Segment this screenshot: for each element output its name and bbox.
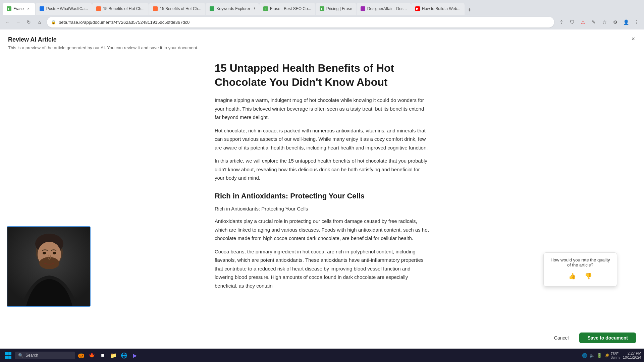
new-tab-button[interactable]: +	[465, 5, 474, 15]
section1-subtitle-text: Rich in Antioxidants: Protecting Your Ce…	[215, 204, 429, 213]
tab-label-pricing: Pricing | Frase	[326, 6, 352, 11]
tab-label-designer: DesignerAffair - Des...	[367, 6, 407, 11]
battery-icon[interactable]: 🔋	[597, 353, 602, 358]
menu-button[interactable]: ⋮	[632, 17, 641, 27]
video-overlay	[7, 226, 91, 307]
article-container: 15 Untapped Health Benefits of Hot Choco…	[201, 61, 443, 290]
tab-label-benefits2: 15 Benefits of Hot Ch...	[160, 6, 201, 11]
nav-home-button[interactable]: ⌂	[35, 17, 44, 27]
tab-howto[interactable]: ▶How to Build a Web...	[411, 3, 465, 15]
taskbar-icon-file[interactable]: 📁	[109, 351, 118, 360]
volume-icon[interactable]: 🔈	[589, 353, 595, 358]
video-person	[7, 227, 90, 306]
tab-favicon-howto: ▶	[415, 6, 420, 11]
svg-point-7	[53, 252, 56, 254]
start-button[interactable]	[3, 350, 13, 361]
tab-bar: FFrase×Posts • WhatWasItCa...15 Benefits…	[3, 0, 474, 15]
modal-subtitle: This is a preview of the article generat…	[8, 45, 636, 50]
modal-header: Review AI Article This is a preview of t…	[0, 29, 644, 53]
profile-icon[interactable]: 👤	[621, 17, 631, 27]
clock-time: 2:27 PM	[623, 351, 641, 355]
modal-content: Review AI Article This is a preview of t…	[0, 29, 644, 349]
tab-benefits2[interactable]: 15 Benefits of Hot Ch...	[149, 3, 205, 15]
address-bar[interactable]: 🔒 beta.frase.io/app/documents/4f7262a357…	[47, 17, 554, 27]
save-to-document-button[interactable]: Save to document	[579, 333, 636, 343]
modal-footer: Cancel Save to document	[0, 327, 644, 349]
weather-icon: ☀️	[605, 353, 609, 358]
tab-label-whatwasitcalled: Posts • WhatWasItCa...	[46, 6, 88, 11]
tab-close-frase[interactable]: ×	[26, 6, 31, 11]
tab-label-bestseo: Frase - Best SEO Co...	[270, 6, 311, 11]
weather-widget[interactable]: ☀️ 76°F Sunny	[605, 352, 620, 359]
tab-bestseo[interactable]: FFrase - Best SEO Co...	[259, 3, 315, 15]
windows-logo-icon	[5, 352, 11, 359]
extension-icon[interactable]: ⚙	[610, 17, 620, 27]
edit-icon[interactable]: ✎	[589, 17, 598, 27]
tab-keywords[interactable]: Keywords Explorer - /	[206, 3, 259, 15]
tab-favicon-benefits1	[96, 6, 101, 11]
tab-favicon-designer	[361, 6, 365, 11]
lock-icon: 🔒	[51, 20, 56, 24]
svg-point-5	[39, 257, 59, 269]
person-svg	[7, 227, 90, 306]
taskbar-icon-media[interactable]: ▶	[130, 351, 140, 360]
taskbar-icon-browser[interactable]: 🌐	[119, 351, 129, 360]
svg-rect-9	[8, 352, 11, 355]
thumbs-down-button[interactable]: 👎	[583, 271, 594, 282]
taskbar: 🔍 Search 🎃 🍁 ■ 📁 🌐 ▶ 🌐 🔈 🔋 ☀️ 76°F Sunny…	[0, 349, 644, 362]
taskbar-icon-halloween[interactable]: 🎃	[76, 351, 86, 360]
taskbar-right-section: 🌐 🔈 🔋 ☀️ 76°F Sunny 2:27 PM 10/11/2024	[582, 351, 641, 359]
rating-popup: How would you rate the quality of the ar…	[543, 252, 617, 287]
nav-back-button[interactable]: ←	[3, 17, 12, 27]
address-bar-row: ← → ↻ ⌂ 🔒 beta.frase.io/app/documents/4f…	[0, 15, 644, 29]
tab-pricing[interactable]: FPricing | Frase	[316, 3, 356, 15]
taskbar-icon-terminal[interactable]: ■	[98, 351, 107, 360]
tab-favicon-frase: F	[7, 6, 11, 11]
tab-frase[interactable]: FFrase×	[3, 3, 35, 15]
taskbar-system-icons: 🌐 🔈 🔋	[582, 353, 602, 358]
rating-question: How would you rate the quality of the ar…	[550, 257, 611, 267]
weather-condition: Sunny	[611, 356, 620, 359]
tab-benefits1[interactable]: 15 Benefits of Hot Ch...	[92, 3, 149, 15]
weather-temp: 76°F	[611, 352, 620, 356]
tab-label-howto: How to Build a Web...	[422, 6, 461, 11]
browser-chrome: FFrase×Posts • WhatWasItCa...15 Benefits…	[0, 0, 644, 15]
clock-date: 10/11/2024	[623, 355, 641, 359]
share-button[interactable]: ⇧	[557, 17, 566, 27]
taskbar-icon-leaf[interactable]: 🍁	[87, 351, 97, 360]
tab-whatwasitcalled[interactable]: Posts • WhatWasItCa...	[36, 3, 92, 15]
section1-p2: Cocoa beans, the primary ingredient in h…	[215, 247, 429, 290]
tab-favicon-pricing: F	[320, 6, 324, 11]
modal-close-button[interactable]: ×	[629, 35, 637, 43]
svg-point-6	[43, 252, 46, 254]
alert-icon[interactable]: ⚠	[578, 17, 588, 27]
tab-favicon-bestseo: F	[263, 6, 268, 11]
bookmark-icon[interactable]: ☆	[600, 17, 609, 27]
search-icon: 🔍	[18, 353, 23, 358]
modal-body[interactable]: 15 Untapped Health Benefits of Hot Choco…	[0, 53, 644, 327]
weather-info: 76°F Sunny	[611, 352, 620, 359]
thumbs-up-button[interactable]: 👍	[567, 271, 578, 282]
section1-p1: Antioxidants play a crucial role in prot…	[215, 217, 429, 243]
shield-icon[interactable]: 🛡	[568, 17, 577, 27]
cancel-button[interactable]: Cancel	[547, 333, 576, 343]
svg-rect-10	[5, 356, 8, 359]
article-intro-p2: Hot chocolate, rich in cacao, is packed …	[215, 126, 429, 152]
article-title: 15 Untapped Health Benefits of Hot Choco…	[215, 61, 429, 89]
nav-reload-button[interactable]: ↻	[24, 17, 34, 27]
section1-title: Rich in Antioxidants: Protecting Your Ce…	[215, 192, 429, 200]
svg-rect-8	[5, 352, 8, 355]
tab-label-benefits1: 15 Benefits of Hot Ch...	[103, 6, 145, 11]
network-icon[interactable]: 🌐	[582, 353, 587, 358]
tab-designer[interactable]: DesignerAffair - Des...	[357, 3, 411, 15]
taskbar-search-bar[interactable]: 🔍 Search	[15, 352, 75, 359]
article-intro-p3: In this article, we will explore the 15 …	[215, 157, 429, 182]
main-content: Review AI Article This is a preview of t…	[0, 29, 644, 349]
taskbar-clock[interactable]: 2:27 PM 10/11/2024	[623, 351, 641, 359]
modal-overlay: Review AI Article This is a preview of t…	[0, 29, 644, 349]
taskbar-app-icons: 🎃 🍁 ■ 📁 🌐 ▶	[76, 351, 140, 360]
nav-buttons: ← → ↻ ⌂	[3, 17, 44, 27]
tab-favicon-keywords	[210, 6, 214, 11]
modal-title: Review AI Article	[8, 36, 636, 43]
nav-forward-button[interactable]: →	[13, 17, 23, 27]
